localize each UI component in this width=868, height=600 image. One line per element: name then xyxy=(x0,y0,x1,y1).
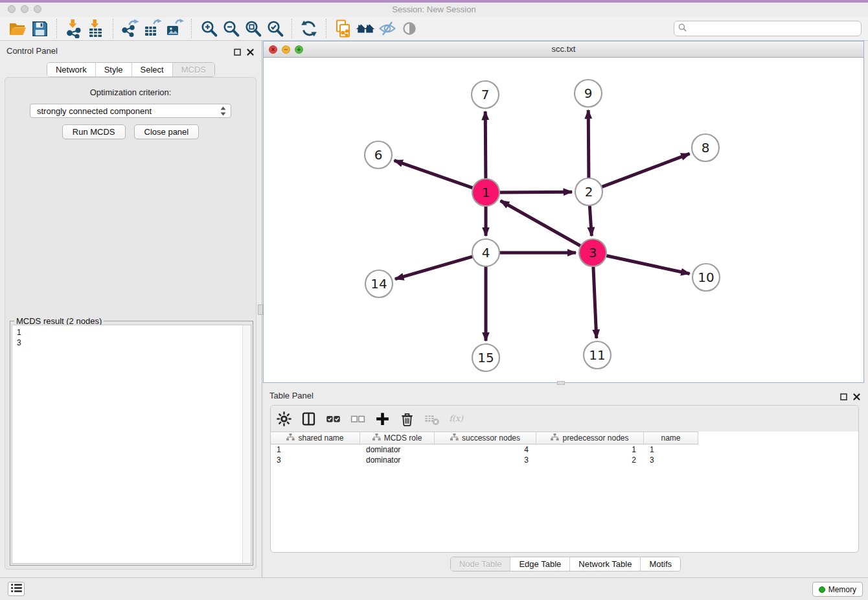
import-network-icon[interactable] xyxy=(63,18,85,39)
zoom-out-icon[interactable] xyxy=(220,18,242,39)
split-columns-icon[interactable] xyxy=(301,410,317,428)
hide-selected-eye-icon[interactable] xyxy=(376,18,398,39)
import-table-icon[interactable] xyxy=(85,18,107,39)
svg-text:11: 11 xyxy=(589,347,605,363)
graph-edge-2-9[interactable] xyxy=(588,110,589,178)
float-panel-icon[interactable] xyxy=(234,47,241,58)
graph-edge-3-1[interactable] xyxy=(501,201,581,246)
table-row[interactable]: 3dominator323 xyxy=(271,455,858,465)
tab-edge-table[interactable]: Edge Table xyxy=(510,557,569,571)
table-cell[interactable]: 3 xyxy=(644,455,698,465)
zoom-selected-icon[interactable] xyxy=(264,18,286,39)
settings-gear-icon[interactable] xyxy=(276,410,292,428)
duplicate-network-icon[interactable] xyxy=(332,18,354,39)
tab-select[interactable]: Select xyxy=(131,63,172,76)
save-session-icon[interactable] xyxy=(29,18,51,39)
tree-column-icon xyxy=(551,433,559,443)
add-column-icon[interactable] xyxy=(374,410,391,428)
network-canvas[interactable]: 1234678910111415 xyxy=(264,58,863,382)
export-network-icon[interactable] xyxy=(119,18,141,39)
result-item[interactable]: 3 xyxy=(17,338,251,348)
graph-node-10[interactable]: 10 xyxy=(692,264,720,291)
tab-node-table[interactable]: Node Table xyxy=(451,557,510,571)
table-cell[interactable]: 3 xyxy=(435,455,536,465)
search-box[interactable] xyxy=(674,21,862,36)
export-image-icon[interactable] xyxy=(163,18,185,39)
table-cell[interactable]: 1 xyxy=(536,444,644,455)
table-row[interactable]: 1dominator411 xyxy=(271,444,858,455)
network-window-titlebar[interactable]: × − + scc.txt xyxy=(264,41,863,58)
svg-text:10: 10 xyxy=(698,270,714,285)
table-cell[interactable]: dominator xyxy=(360,444,435,455)
zoom-fit-icon[interactable] xyxy=(242,18,264,39)
tab-network-table[interactable]: Network Table xyxy=(569,557,640,571)
close-panel-button[interactable]: Close panel xyxy=(134,124,200,139)
delete-column-icon[interactable] xyxy=(399,410,415,428)
svg-text:7: 7 xyxy=(481,87,490,102)
graph-node-14[interactable]: 14 xyxy=(365,270,393,297)
table-cell[interactable]: 1 xyxy=(271,444,360,455)
run-mcds-button[interactable]: Run MCDS xyxy=(62,124,126,139)
result-scrollbar[interactable] xyxy=(242,325,251,563)
graph-node-4[interactable]: 4 xyxy=(472,239,499,266)
column-header-MCDS-role[interactable]: MCDS role xyxy=(360,432,435,444)
table-cell[interactable]: 4 xyxy=(435,444,536,455)
column-header-successor-nodes[interactable]: successor nodes xyxy=(435,432,536,444)
graph-node-9[interactable]: 9 xyxy=(575,80,602,107)
open-file-icon[interactable] xyxy=(6,18,29,39)
tab-mcds[interactable]: MCDS xyxy=(172,63,214,76)
graph-node-8[interactable]: 8 xyxy=(692,134,719,161)
close-panel-icon[interactable] xyxy=(247,47,254,58)
graph-edge-1-7[interactable] xyxy=(485,111,486,179)
optimization-criterion-select[interactable]: strongly connected component xyxy=(30,104,231,118)
zoom-in-icon[interactable] xyxy=(198,18,220,39)
select-unchecked-icon[interactable] xyxy=(350,410,366,428)
graph-edge-1-6[interactable] xyxy=(394,161,474,189)
table-cell[interactable]: dominator xyxy=(360,455,435,465)
graph-node-3[interactable]: 3 xyxy=(579,239,606,266)
table-cell[interactable]: 1 xyxy=(644,444,698,455)
tab-motifs[interactable]: Motifs xyxy=(640,557,680,571)
graph-node-15[interactable]: 15 xyxy=(472,344,499,371)
graph-node-7[interactable]: 7 xyxy=(472,81,499,108)
table-cell[interactable]: 3 xyxy=(271,455,360,465)
graph-node-2[interactable]: 2 xyxy=(575,178,602,205)
graph-edge-3-11[interactable] xyxy=(593,266,597,338)
float-table-panel-icon[interactable] xyxy=(840,391,847,403)
graph-edge-2-3[interactable] xyxy=(589,205,591,236)
show-all-networks-icon[interactable] xyxy=(354,18,376,39)
graph-edge-4-14[interactable] xyxy=(395,257,473,279)
toolbar-separator xyxy=(56,19,57,38)
svg-text:4: 4 xyxy=(482,245,490,260)
memory-button[interactable]: Memory xyxy=(812,582,863,597)
graph-node-1[interactable]: 1 xyxy=(472,179,499,206)
column-header-predecessor-nodes[interactable]: predecessor nodes xyxy=(536,432,644,444)
horizontal-splitter-handle[interactable] xyxy=(557,381,565,385)
search-input[interactable] xyxy=(689,24,857,33)
export-table-icon[interactable] xyxy=(141,18,163,39)
table-panel-header: Table Panel xyxy=(263,386,868,404)
graph-edge-1-2[interactable] xyxy=(499,192,572,192)
memory-label: Memory xyxy=(828,585,856,594)
graph-edge-2-8[interactable] xyxy=(602,154,690,187)
task-history-button[interactable] xyxy=(8,582,25,596)
result-item[interactable]: 1 xyxy=(17,327,251,338)
table-cell[interactable]: 2 xyxy=(536,455,644,465)
close-table-panel-icon[interactable] xyxy=(853,391,860,403)
select-checked-icon[interactable] xyxy=(325,410,341,428)
vertical-splitter-handle[interactable] xyxy=(258,305,263,315)
graph-node-11[interactable]: 11 xyxy=(584,341,611,369)
tab-style[interactable]: Style xyxy=(95,63,131,76)
column-header-shared-name[interactable]: shared name xyxy=(271,432,360,444)
column-header-name[interactable]: name xyxy=(644,432,698,444)
mcds-result-list[interactable]: 13 xyxy=(12,325,251,564)
destroy-table-icon xyxy=(424,410,440,428)
toolbar-separator xyxy=(191,19,192,38)
table-tabs: Node TableEdge TableNetwork TableMotifs xyxy=(450,557,681,571)
tab-network[interactable]: Network xyxy=(47,63,95,76)
refresh-icon[interactable] xyxy=(298,18,320,39)
network-view-window: × − + scc.txt 1234678910111415 xyxy=(263,41,864,383)
graph-edge-3-10[interactable] xyxy=(606,256,690,274)
svg-text:1: 1 xyxy=(482,185,490,200)
graph-node-6[interactable]: 6 xyxy=(365,141,392,168)
